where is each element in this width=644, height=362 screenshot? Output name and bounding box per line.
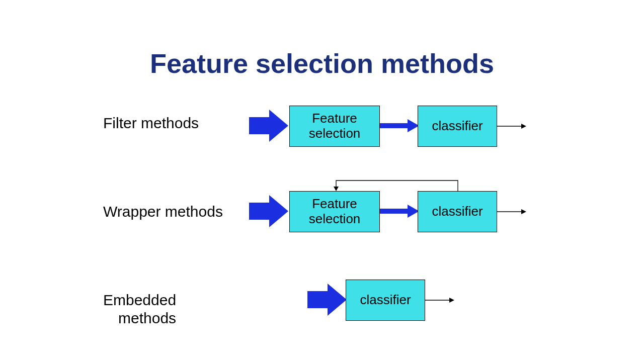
svg-marker-5 [249,195,288,227]
embedded-classifier-box: classifier [346,280,425,321]
output-arrow-icon [497,123,527,130]
svg-marker-10 [334,187,339,191]
output-arrow-icon [497,208,527,215]
slide-title: Feature selection methods [0,48,644,79]
input-arrow-icon [249,108,289,143]
wrapper-feature-selection-box: Feature selection [289,191,380,232]
filter-label: Filter methods [103,115,199,132]
wrapper-label: Wrapper methods [103,203,223,220]
svg-marker-9 [521,209,526,214]
feedback-arrow-icon [332,177,463,193]
svg-marker-11 [307,284,347,316]
wrapper-classifier-box: classifier [418,191,497,232]
arrow-right-icon [380,118,420,133]
embedded-label-line1: Embedded [103,292,176,309]
embedded-label-line2: methods [118,310,176,327]
svg-marker-0 [249,110,288,142]
filter-classifier-box: classifier [418,106,497,147]
arrow-right-icon [380,204,420,219]
svg-marker-13 [449,298,454,303]
filter-feature-selection-box: Feature selection [289,106,380,147]
svg-marker-4 [521,124,526,129]
input-arrow-icon [307,282,348,317]
output-arrow-icon [425,297,455,304]
input-arrow-icon [249,194,289,229]
